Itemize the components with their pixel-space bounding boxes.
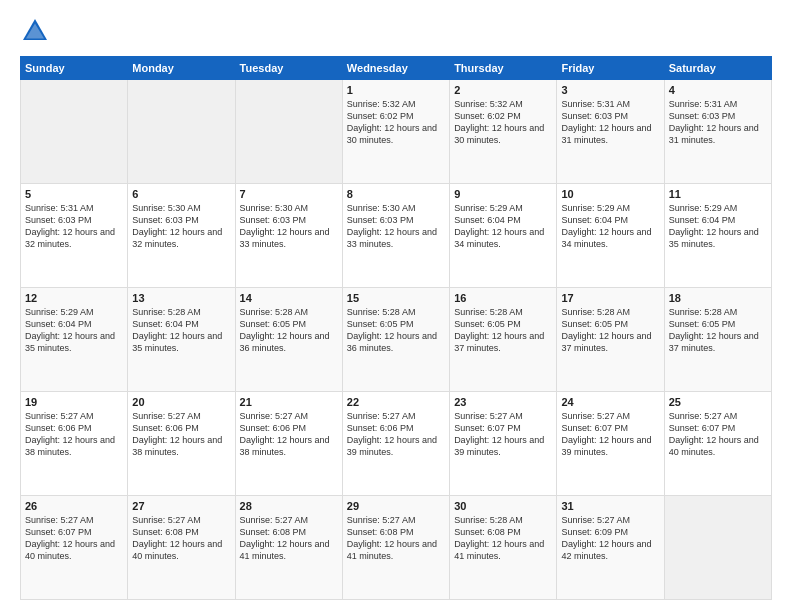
day-info: Sunrise: 5:27 AMSunset: 6:07 PMDaylight:… xyxy=(669,411,759,457)
header xyxy=(20,16,772,46)
day-info: Sunrise: 5:30 AMSunset: 6:03 PMDaylight:… xyxy=(240,203,330,249)
calendar-cell: 17Sunrise: 5:28 AMSunset: 6:05 PMDayligh… xyxy=(557,288,664,392)
day-number: 23 xyxy=(454,396,552,408)
day-number: 21 xyxy=(240,396,338,408)
calendar-cell: 31Sunrise: 5:27 AMSunset: 6:09 PMDayligh… xyxy=(557,496,664,600)
calendar-week-row: 5Sunrise: 5:31 AMSunset: 6:03 PMDaylight… xyxy=(21,184,772,288)
day-info: Sunrise: 5:28 AMSunset: 6:05 PMDaylight:… xyxy=(454,307,544,353)
calendar-cell: 27Sunrise: 5:27 AMSunset: 6:08 PMDayligh… xyxy=(128,496,235,600)
day-number: 17 xyxy=(561,292,659,304)
logo-icon xyxy=(20,16,50,46)
day-info: Sunrise: 5:28 AMSunset: 6:05 PMDaylight:… xyxy=(561,307,651,353)
weekday-header: Saturday xyxy=(664,57,771,80)
day-info: Sunrise: 5:29 AMSunset: 6:04 PMDaylight:… xyxy=(669,203,759,249)
calendar-cell xyxy=(128,80,235,184)
day-number: 30 xyxy=(454,500,552,512)
page: SundayMondayTuesdayWednesdayThursdayFrid… xyxy=(0,0,792,612)
calendar-cell: 16Sunrise: 5:28 AMSunset: 6:05 PMDayligh… xyxy=(450,288,557,392)
calendar-cell: 1Sunrise: 5:32 AMSunset: 6:02 PMDaylight… xyxy=(342,80,449,184)
day-info: Sunrise: 5:32 AMSunset: 6:02 PMDaylight:… xyxy=(347,99,437,145)
weekday-header-row: SundayMondayTuesdayWednesdayThursdayFrid… xyxy=(21,57,772,80)
day-number: 14 xyxy=(240,292,338,304)
day-number: 12 xyxy=(25,292,123,304)
calendar-cell: 5Sunrise: 5:31 AMSunset: 6:03 PMDaylight… xyxy=(21,184,128,288)
day-number: 24 xyxy=(561,396,659,408)
calendar-cell: 30Sunrise: 5:28 AMSunset: 6:08 PMDayligh… xyxy=(450,496,557,600)
day-info: Sunrise: 5:28 AMSunset: 6:08 PMDaylight:… xyxy=(454,515,544,561)
calendar-cell: 25Sunrise: 5:27 AMSunset: 6:07 PMDayligh… xyxy=(664,392,771,496)
day-number: 1 xyxy=(347,84,445,96)
day-info: Sunrise: 5:29 AMSunset: 6:04 PMDaylight:… xyxy=(454,203,544,249)
day-info: Sunrise: 5:27 AMSunset: 6:06 PMDaylight:… xyxy=(132,411,222,457)
day-number: 19 xyxy=(25,396,123,408)
day-info: Sunrise: 5:29 AMSunset: 6:04 PMDaylight:… xyxy=(561,203,651,249)
logo xyxy=(20,16,56,46)
day-info: Sunrise: 5:28 AMSunset: 6:05 PMDaylight:… xyxy=(669,307,759,353)
day-number: 31 xyxy=(561,500,659,512)
day-info: Sunrise: 5:27 AMSunset: 6:07 PMDaylight:… xyxy=(25,515,115,561)
day-info: Sunrise: 5:32 AMSunset: 6:02 PMDaylight:… xyxy=(454,99,544,145)
weekday-header: Thursday xyxy=(450,57,557,80)
weekday-header: Friday xyxy=(557,57,664,80)
day-number: 9 xyxy=(454,188,552,200)
day-number: 28 xyxy=(240,500,338,512)
calendar-cell: 7Sunrise: 5:30 AMSunset: 6:03 PMDaylight… xyxy=(235,184,342,288)
calendar-week-row: 19Sunrise: 5:27 AMSunset: 6:06 PMDayligh… xyxy=(21,392,772,496)
day-info: Sunrise: 5:27 AMSunset: 6:08 PMDaylight:… xyxy=(347,515,437,561)
day-info: Sunrise: 5:27 AMSunset: 6:08 PMDaylight:… xyxy=(240,515,330,561)
day-number: 8 xyxy=(347,188,445,200)
day-info: Sunrise: 5:27 AMSunset: 6:09 PMDaylight:… xyxy=(561,515,651,561)
day-info: Sunrise: 5:27 AMSunset: 6:06 PMDaylight:… xyxy=(240,411,330,457)
calendar-cell: 15Sunrise: 5:28 AMSunset: 6:05 PMDayligh… xyxy=(342,288,449,392)
day-number: 20 xyxy=(132,396,230,408)
day-number: 22 xyxy=(347,396,445,408)
day-info: Sunrise: 5:27 AMSunset: 6:07 PMDaylight:… xyxy=(561,411,651,457)
calendar-cell: 26Sunrise: 5:27 AMSunset: 6:07 PMDayligh… xyxy=(21,496,128,600)
day-info: Sunrise: 5:29 AMSunset: 6:04 PMDaylight:… xyxy=(25,307,115,353)
day-number: 6 xyxy=(132,188,230,200)
day-number: 5 xyxy=(25,188,123,200)
day-number: 26 xyxy=(25,500,123,512)
calendar-cell: 28Sunrise: 5:27 AMSunset: 6:08 PMDayligh… xyxy=(235,496,342,600)
calendar-week-row: 1Sunrise: 5:32 AMSunset: 6:02 PMDaylight… xyxy=(21,80,772,184)
calendar-cell: 13Sunrise: 5:28 AMSunset: 6:04 PMDayligh… xyxy=(128,288,235,392)
calendar-cell: 10Sunrise: 5:29 AMSunset: 6:04 PMDayligh… xyxy=(557,184,664,288)
weekday-header: Wednesday xyxy=(342,57,449,80)
day-info: Sunrise: 5:31 AMSunset: 6:03 PMDaylight:… xyxy=(561,99,651,145)
calendar-cell: 29Sunrise: 5:27 AMSunset: 6:08 PMDayligh… xyxy=(342,496,449,600)
day-info: Sunrise: 5:28 AMSunset: 6:05 PMDaylight:… xyxy=(240,307,330,353)
day-number: 15 xyxy=(347,292,445,304)
day-number: 11 xyxy=(669,188,767,200)
day-number: 2 xyxy=(454,84,552,96)
day-info: Sunrise: 5:31 AMSunset: 6:03 PMDaylight:… xyxy=(669,99,759,145)
calendar-cell: 4Sunrise: 5:31 AMSunset: 6:03 PMDaylight… xyxy=(664,80,771,184)
calendar-cell: 8Sunrise: 5:30 AMSunset: 6:03 PMDaylight… xyxy=(342,184,449,288)
day-number: 10 xyxy=(561,188,659,200)
calendar-cell: 14Sunrise: 5:28 AMSunset: 6:05 PMDayligh… xyxy=(235,288,342,392)
day-number: 4 xyxy=(669,84,767,96)
weekday-header: Tuesday xyxy=(235,57,342,80)
calendar-cell: 6Sunrise: 5:30 AMSunset: 6:03 PMDaylight… xyxy=(128,184,235,288)
calendar-cell: 20Sunrise: 5:27 AMSunset: 6:06 PMDayligh… xyxy=(128,392,235,496)
calendar: SundayMondayTuesdayWednesdayThursdayFrid… xyxy=(20,56,772,600)
calendar-cell xyxy=(21,80,128,184)
calendar-cell: 12Sunrise: 5:29 AMSunset: 6:04 PMDayligh… xyxy=(21,288,128,392)
weekday-header: Sunday xyxy=(21,57,128,80)
calendar-cell: 24Sunrise: 5:27 AMSunset: 6:07 PMDayligh… xyxy=(557,392,664,496)
day-info: Sunrise: 5:27 AMSunset: 6:07 PMDaylight:… xyxy=(454,411,544,457)
day-info: Sunrise: 5:28 AMSunset: 6:04 PMDaylight:… xyxy=(132,307,222,353)
calendar-cell: 21Sunrise: 5:27 AMSunset: 6:06 PMDayligh… xyxy=(235,392,342,496)
calendar-cell xyxy=(235,80,342,184)
weekday-header: Monday xyxy=(128,57,235,80)
calendar-cell: 11Sunrise: 5:29 AMSunset: 6:04 PMDayligh… xyxy=(664,184,771,288)
day-number: 13 xyxy=(132,292,230,304)
day-info: Sunrise: 5:30 AMSunset: 6:03 PMDaylight:… xyxy=(347,203,437,249)
calendar-cell: 23Sunrise: 5:27 AMSunset: 6:07 PMDayligh… xyxy=(450,392,557,496)
calendar-cell: 18Sunrise: 5:28 AMSunset: 6:05 PMDayligh… xyxy=(664,288,771,392)
calendar-week-row: 26Sunrise: 5:27 AMSunset: 6:07 PMDayligh… xyxy=(21,496,772,600)
day-number: 18 xyxy=(669,292,767,304)
calendar-week-row: 12Sunrise: 5:29 AMSunset: 6:04 PMDayligh… xyxy=(21,288,772,392)
calendar-cell: 3Sunrise: 5:31 AMSunset: 6:03 PMDaylight… xyxy=(557,80,664,184)
calendar-cell: 9Sunrise: 5:29 AMSunset: 6:04 PMDaylight… xyxy=(450,184,557,288)
day-number: 29 xyxy=(347,500,445,512)
